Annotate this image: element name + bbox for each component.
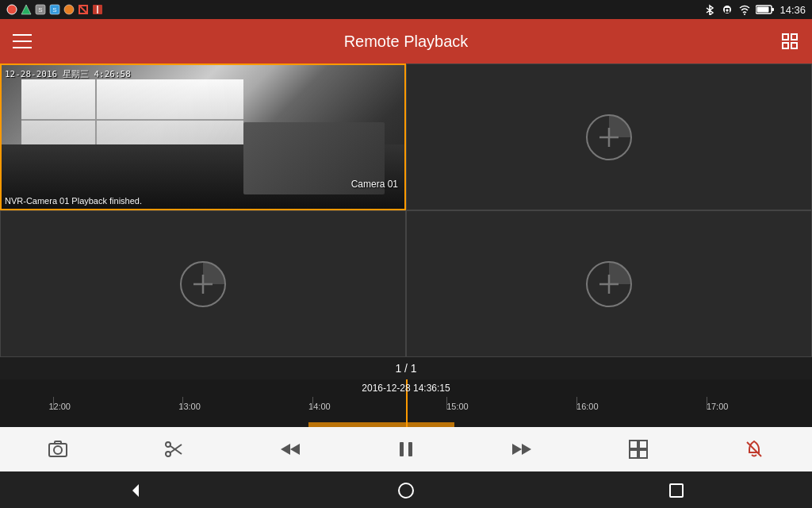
app-icon-6 — [78, 4, 89, 15]
bottom-toolbar — [0, 427, 812, 471]
fast-forward-button[interactable] — [503, 430, 541, 468]
timeline-datetime: 2016-12-28 14:36:15 — [362, 383, 450, 394]
app-title: Remote Playback — [32, 33, 780, 51]
screenshot-button[interactable] — [39, 430, 77, 468]
pause-button[interactable] — [387, 430, 425, 468]
svg-point-0 — [7, 5, 17, 14]
app-icon-3: S — [35, 4, 46, 15]
recent-apps-button[interactable] — [657, 471, 695, 508]
camera-status: NVR-Camera 01 Playback finished. — [5, 196, 142, 206]
layout-button[interactable] — [619, 430, 657, 468]
bluetooth-icon — [703, 4, 716, 15]
home-button[interactable] — [387, 471, 425, 508]
video-cell-4[interactable] — [406, 210, 812, 357]
page-indicator-text: 1 / 1 — [395, 362, 416, 375]
app-icon-7 — [92, 4, 103, 15]
svg-rect-46 — [630, 450, 638, 458]
video-grid: 12-28-2016 星期三 4:26:58 Camera 01 NVR-Cam… — [0, 64, 812, 357]
svg-point-6 — [64, 5, 74, 14]
svg-rect-19 — [791, 34, 797, 40]
svg-rect-20 — [783, 43, 788, 48]
mute-button[interactable] — [735, 430, 773, 468]
svg-rect-13 — [726, 10, 729, 12]
timeline-label-1500: 15:00 — [446, 402, 469, 411]
tick-1500 — [446, 397, 447, 410]
camera-feed-1 — [2, 65, 404, 209]
status-icons-right: 14:36 — [703, 4, 806, 16]
tick-1200 — [53, 397, 54, 410]
svg-marker-38 — [281, 444, 290, 455]
svg-line-37 — [170, 446, 182, 454]
wifi-icon — [738, 4, 751, 15]
svg-line-8 — [79, 6, 87, 13]
app-icon-1 — [6, 4, 17, 15]
page-indicator: 1 / 1 — [0, 357, 812, 379]
svg-rect-45 — [639, 441, 647, 448]
app-icon-5 — [63, 4, 75, 15]
camera-timestamp: 12-28-2016 星期三 4:26:58 — [5, 68, 131, 80]
tick-1700 — [707, 397, 707, 410]
video-cell-2[interactable] — [406, 64, 812, 210]
svg-rect-41 — [408, 442, 412, 456]
svg-marker-42 — [512, 444, 522, 455]
svg-rect-40 — [400, 442, 404, 456]
rewind-button[interactable] — [271, 430, 309, 468]
svg-point-34 — [166, 452, 170, 456]
add-camera-icon-2 — [584, 112, 634, 163]
timeline-label-1400: 14:00 — [308, 402, 331, 411]
svg-text:S: S — [52, 6, 56, 13]
svg-marker-43 — [522, 444, 531, 455]
svg-marker-1 — [21, 5, 31, 14]
timeline-date: 2016-12-28 — [362, 383, 413, 394]
add-camera-icon-3 — [178, 259, 228, 310]
svg-rect-18 — [783, 34, 788, 40]
svg-marker-39 — [290, 444, 300, 455]
status-icons-left: S S — [6, 4, 103, 15]
timeline-time: 14:36:15 — [413, 383, 450, 394]
nav-bar — [0, 471, 812, 508]
svg-rect-16 — [772, 8, 774, 11]
svg-rect-33 — [55, 441, 61, 444]
timeline-label-1600: 16:00 — [576, 402, 599, 411]
svg-line-36 — [170, 444, 182, 452]
timeline-label-1700: 17:00 — [707, 402, 729, 411]
camera-label: Camera 01 — [351, 179, 398, 190]
timeline-segment-video — [308, 422, 454, 427]
grid-layout-button[interactable] — [780, 32, 799, 51]
svg-rect-44 — [630, 441, 638, 448]
svg-marker-51 — [132, 484, 139, 497]
svg-text:S: S — [38, 6, 42, 13]
svg-point-32 — [54, 446, 62, 454]
video-cell-1[interactable]: 12-28-2016 星期三 4:26:58 Camera 01 NVR-Cam… — [0, 64, 406, 210]
tick-1600 — [576, 397, 577, 410]
app-bar: Remote Playback — [0, 19, 812, 64]
svg-point-35 — [166, 442, 170, 447]
svg-rect-21 — [791, 43, 797, 48]
menu-button[interactable] — [13, 32, 32, 51]
timeline-label-1300: 13:00 — [178, 402, 201, 411]
tick-1300 — [182, 397, 183, 410]
status-bar: S S 14:36 — [0, 0, 812, 19]
tick-1400 — [312, 397, 313, 410]
back-button[interactable] — [117, 471, 155, 508]
svg-rect-17 — [757, 7, 769, 13]
add-camera-icon-4 — [584, 259, 634, 310]
app-icon-4: S — [49, 4, 60, 15]
battery-icon — [756, 4, 775, 15]
svg-point-52 — [399, 483, 413, 498]
svg-rect-47 — [639, 450, 647, 458]
app-icon-2 — [21, 4, 32, 15]
video-cell-3[interactable] — [0, 210, 406, 357]
clock-display: 14:36 — [779, 4, 806, 16]
cell-signal-icon — [721, 4, 733, 15]
svg-rect-53 — [670, 484, 683, 497]
timeline[interactable]: 2016-12-28 14:36:15 12:00 13:00 14:00 15… — [0, 379, 812, 427]
cut-button[interactable] — [155, 430, 193, 468]
svg-point-14 — [744, 13, 745, 15]
